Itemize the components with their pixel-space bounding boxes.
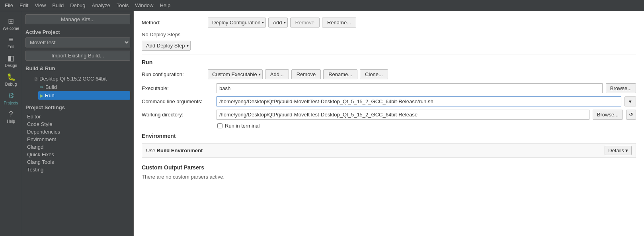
edit-icon: ≡ (9, 35, 13, 44)
add-deploy-step-button[interactable]: Add Deploy Step ▾ (142, 41, 191, 51)
left-panel: Manage Kits... Active Project MoveItTest… (22, 11, 134, 236)
settings-clangd[interactable]: Clangd (25, 143, 130, 151)
add-deploy-step-label: Add Deploy Step (146, 43, 185, 49)
run-rename-button[interactable]: Rename... (323, 69, 357, 79)
right-panel: Method: Deploy Configuration ▾ Add ▾ Rem… (134, 11, 644, 236)
import-existing-build-button[interactable]: Import Existing Build... (25, 51, 130, 61)
details-button[interactable]: Details ▾ (605, 146, 632, 155)
sidebar-item-design[interactable]: ◧ Design (0, 51, 22, 70)
project-select[interactable]: MoveItTest (25, 37, 130, 47)
sidebar-item-edit[interactable]: ≡ Edit (0, 33, 22, 51)
cmd-args-label: Command line arguments: (142, 98, 213, 104)
run-config-button[interactable]: Custom Executable ▾ (208, 69, 263, 79)
active-project-title: Active Project (25, 29, 130, 35)
environment-title: Environment (142, 133, 636, 139)
menu-analyze[interactable]: Analyze (89, 2, 113, 9)
working-dir-label: Working directory: (142, 112, 213, 118)
run-clone-button[interactable]: Clone... (360, 69, 388, 79)
env-build-env-text: Build Environment (157, 148, 203, 153)
browse-executable-button[interactable]: Browse... (606, 83, 636, 93)
deploy-config-label: Deploy Configuration (212, 20, 260, 26)
menu-debug[interactable]: Debug (67, 2, 88, 9)
sidebar-item-label: Help (7, 119, 15, 124)
menu-help[interactable]: Help (156, 2, 174, 9)
projects-icon: ⚙ (8, 91, 14, 100)
tree-item-build[interactable]: ✏ Build (38, 83, 130, 91)
run-config-row: Run configuration: Custom Executable ▾ A… (142, 69, 636, 79)
sidebar-item-label: Design (5, 63, 17, 68)
build-run-title: Build & Run (25, 65, 130, 71)
browse-working-dir-button[interactable]: Browse... (593, 110, 623, 120)
env-row: Use Build Environment Details ▾ (142, 143, 636, 158)
reset-working-dir-button[interactable]: ↺ (626, 110, 636, 120)
menu-file[interactable]: File (2, 2, 16, 9)
build-label: Build (45, 84, 57, 90)
cmd-args-input[interactable] (217, 96, 621, 106)
custom-parsers-title: Custom Output Parsers (142, 164, 636, 171)
project-settings-title: Project Settings (25, 104, 130, 110)
working-dir-input[interactable] (217, 110, 589, 120)
run-in-terminal-label[interactable]: Run in terminal (225, 123, 260, 129)
menu-edit[interactable]: Edit (16, 2, 31, 9)
run-config-arrow: ▾ (259, 72, 261, 77)
run-config-value: Custom Executable (212, 71, 257, 77)
sidebar-item-label: Edit (8, 45, 14, 49)
details-label: Details (608, 148, 624, 153)
executable-row: Executable: Browse... (142, 83, 636, 93)
environment-section: Environment Use Build Environment Detail… (142, 133, 636, 158)
tree-item-run[interactable]: ▶ Run (38, 91, 130, 100)
no-deploy-steps-text: No Deploy Steps (142, 31, 636, 37)
build-icon: ✏ (40, 85, 44, 90)
run-label: Run (45, 92, 55, 98)
settings-clang-tools[interactable]: Clang Tools (25, 158, 130, 166)
sidebar-item-welcome[interactable]: ⊞ Welcome (0, 14, 22, 33)
run-config-label: Run configuration: (142, 71, 205, 77)
deploy-configuration-button[interactable]: Deploy Configuration ▾ (208, 18, 266, 28)
deploy-config-arrow: ▾ (262, 20, 264, 25)
tree-item-kit[interactable]: 🖥 Desktop Qt 5.15.2 GCC 64bit (32, 75, 130, 83)
executable-label: Executable: (142, 85, 213, 91)
sidebar-item-debug[interactable]: 🐛 Debug (0, 70, 22, 89)
add-button[interactable]: Add ▾ (268, 18, 287, 28)
manage-kits-button[interactable]: Manage Kits... (25, 14, 130, 24)
env-use-text: Use Build Environment (146, 148, 203, 153)
cmd-args-dropdown[interactable]: ▾ (624, 96, 636, 106)
run-in-terminal-row: Run in terminal (217, 123, 636, 129)
no-parsers-text: There are no custom parsers active. (142, 174, 636, 180)
sidebar-item-projects[interactable]: ⚙ Projects (0, 89, 22, 108)
add-deploy-step-arrow: ▾ (187, 43, 189, 48)
run-add-button[interactable]: Add... (265, 69, 289, 79)
settings-dependencies[interactable]: Dependencies (25, 128, 130, 136)
settings-quick-fixes[interactable]: Quick Fixes (25, 151, 130, 158)
debug-icon: 🐛 (7, 73, 16, 81)
run-title: Run (142, 59, 636, 65)
run-icon: ▶ (40, 93, 43, 98)
project-selector: MoveItTest (25, 37, 130, 47)
add-arrow: ▾ (284, 20, 286, 25)
sidebar-item-label: Projects (4, 101, 18, 105)
menu-build[interactable]: Build (49, 2, 67, 9)
design-icon: ◧ (8, 54, 14, 63)
menubar: File Edit View Build Debug Analyze Tools… (0, 0, 644, 11)
method-row: Method: Deploy Configuration ▾ Add ▾ Rem… (142, 18, 636, 28)
menu-tools[interactable]: Tools (113, 2, 132, 9)
settings-code-style[interactable]: Code Style (25, 120, 130, 128)
sidebar-item-label: Welcome (3, 26, 20, 31)
working-dir-row: Working directory: Browse... ↺ (142, 110, 636, 120)
rename-button[interactable]: Rename... (322, 18, 356, 28)
help-icon: ? (9, 110, 13, 118)
menu-view[interactable]: View (31, 2, 49, 9)
sidebar-icons: ⊞ Welcome ≡ Edit ◧ Design 🐛 Debug ⚙ Proj… (0, 11, 22, 236)
cmd-args-row: Command line arguments: ▾ (142, 96, 636, 106)
monitor-icon: 🖥 (33, 77, 38, 81)
executable-input[interactable] (217, 83, 603, 93)
run-in-terminal-checkbox[interactable] (217, 123, 222, 128)
menu-window[interactable]: Window (132, 2, 156, 9)
settings-editor[interactable]: Editor (25, 113, 130, 120)
settings-environment[interactable]: Environment (25, 136, 130, 143)
run-remove-button[interactable]: Remove (291, 69, 321, 79)
sidebar-item-help[interactable]: ? Help (0, 108, 22, 126)
settings-testing[interactable]: Testing (25, 166, 130, 173)
details-arrow-icon: ▾ (625, 148, 628, 153)
remove-button[interactable]: Remove (290, 18, 320, 28)
